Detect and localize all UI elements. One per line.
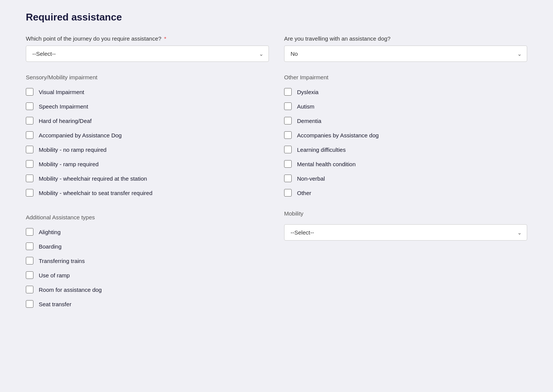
speech-impairment-label: Speech Impairment (39, 103, 88, 110)
accompanied-assistance-dog-label: Accompanied by Assistance Dog (39, 132, 122, 139)
dementia-checkbox[interactable] (284, 117, 292, 124)
transferring-trains-label: Transferring trains (39, 258, 85, 264)
other-impairment-list: Dyslexia Autism Dementia Accompanies by … (284, 88, 527, 197)
sensory-mobility-label: Sensory/Mobility impairment (26, 74, 269, 80)
learning-difficulties-checkbox[interactable] (284, 146, 292, 153)
list-item[interactable]: Alighting (26, 228, 269, 236)
checkbox-columns: Sensory/Mobility impairment Visual Impai… (26, 74, 527, 197)
list-item[interactable]: Mobility - wheelchair required at the st… (26, 175, 269, 182)
list-item[interactable]: Autism (284, 102, 527, 110)
speech-impairment-checkbox[interactable] (26, 102, 33, 110)
seat-transfer-checkbox[interactable] (26, 300, 33, 308)
accompanies-dog-checkbox[interactable] (284, 131, 292, 139)
use-ramp-checkbox[interactable] (26, 271, 33, 279)
mobility-select[interactable]: --Select-- Ramp Wheelchair Walking aid (284, 224, 527, 241)
mobility-ramp-checkbox[interactable] (26, 160, 33, 168)
use-ramp-label: Use of ramp (39, 272, 70, 279)
hard-of-hearing-checkbox[interactable] (26, 117, 33, 124)
alighting-checkbox[interactable] (26, 228, 33, 236)
autism-label: Autism (297, 103, 314, 110)
assistance-dog-select-wrapper: No Yes ⌄ (284, 46, 527, 62)
list-item[interactable]: Mobility - ramp required (26, 160, 269, 168)
autism-checkbox[interactable] (284, 102, 292, 110)
mobility-wheelchair-station-checkbox[interactable] (26, 175, 33, 182)
mental-health-label: Mental health condition (297, 161, 356, 167)
alighting-label: Alighting (39, 229, 61, 235)
additional-assistance-title: Additional Assistance types (26, 214, 269, 220)
journey-point-select[interactable]: --Select-- Departure Arrival Both (26, 46, 269, 62)
list-item[interactable]: Visual Impairment (26, 88, 269, 96)
hard-of-hearing-label: Hard of hearing/Deaf (39, 118, 92, 124)
boarding-label: Boarding (39, 243, 62, 250)
accompanies-dog-label: Accompanies by Assistance dog (297, 132, 379, 139)
other-impairment-column: Other Impairment Dyslexia Autism Dementi… (284, 74, 527, 197)
list-item[interactable]: Mobility - no ramp required (26, 146, 269, 153)
boarding-checkbox[interactable] (26, 242, 33, 250)
mobility-section-title: Mobility (284, 210, 527, 217)
list-item[interactable]: Transferring trains (26, 257, 269, 264)
mobility-wheelchair-station-label: Mobility - wheelchair required at the st… (39, 175, 147, 182)
other-impairment-label: Other Impairment (284, 74, 527, 80)
mobility-no-ramp-checkbox[interactable] (26, 146, 33, 153)
page-container: Required assistance Which point of the j… (26, 11, 527, 308)
visual-impairment-checkbox[interactable] (26, 88, 33, 96)
required-star: * (163, 35, 166, 42)
transferring-trains-checkbox[interactable] (26, 257, 33, 264)
list-item[interactable]: Mobility - wheelchair to seat transfer r… (26, 189, 269, 197)
top-dropdowns-layout: Which point of the journey do you requir… (26, 35, 527, 62)
list-item[interactable]: Other (284, 189, 527, 197)
additional-assistance-list: Alighting Boarding Transferring trains U… (26, 228, 269, 308)
list-item[interactable]: Mental health condition (284, 160, 527, 168)
mental-health-checkbox[interactable] (284, 160, 292, 168)
list-item[interactable]: Seat transfer (26, 300, 269, 308)
list-item[interactable]: Boarding (26, 242, 269, 250)
mobility-no-ramp-label: Mobility - no ramp required (39, 146, 106, 153)
bottom-section: Additional Assistance types Alighting Bo… (26, 210, 527, 308)
seat-transfer-label: Seat transfer (39, 301, 71, 307)
mobility-select-wrapper: --Select-- Ramp Wheelchair Walking aid ⌄ (284, 224, 527, 241)
dyslexia-checkbox[interactable] (284, 88, 292, 96)
room-assistance-dog-checkbox[interactable] (26, 286, 33, 293)
mobility-wheelchair-transfer-label: Mobility - wheelchair to seat transfer r… (39, 190, 152, 196)
list-item[interactable]: Speech Impairment (26, 102, 269, 110)
list-item[interactable]: Dyslexia (284, 88, 527, 96)
sensory-mobility-list: Visual Impairment Speech Impairment Hard… (26, 88, 269, 197)
assistance-dog-label: Are you travelling with an assistance do… (284, 35, 527, 42)
list-item[interactable]: Hard of hearing/Deaf (26, 117, 269, 124)
list-item[interactable]: Learning difficulties (284, 146, 527, 153)
sensory-mobility-column: Sensory/Mobility impairment Visual Impai… (26, 74, 269, 197)
journey-point-label: Which point of the journey do you requir… (26, 35, 269, 42)
list-item[interactable]: Use of ramp (26, 271, 269, 279)
assistance-dog-select[interactable]: No Yes (284, 46, 527, 62)
additional-assistance-column: Additional Assistance types Alighting Bo… (26, 214, 269, 308)
mobility-wheelchair-transfer-checkbox[interactable] (26, 189, 33, 197)
list-item[interactable]: Room for assistance dog (26, 286, 269, 293)
list-item[interactable]: Accompanies by Assistance dog (284, 131, 527, 139)
journey-point-group: Which point of the journey do you requir… (26, 35, 269, 62)
journey-point-select-wrapper: --Select-- Departure Arrival Both ⌄ (26, 46, 269, 62)
room-assistance-dog-label: Room for assistance dog (39, 287, 102, 293)
mobility-ramp-label: Mobility - ramp required (39, 161, 99, 167)
visual-impairment-label: Visual Impairment (39, 89, 84, 95)
mobility-dropdown-column: Mobility --Select-- Ramp Wheelchair Walk… (284, 210, 527, 308)
list-item[interactable]: Non-verbal (284, 175, 527, 182)
other-checkbox[interactable] (284, 189, 292, 197)
non-verbal-label: Non-verbal (297, 175, 325, 182)
list-item[interactable]: Accompanied by Assistance Dog (26, 131, 269, 139)
list-item[interactable]: Dementia (284, 117, 527, 124)
non-verbal-checkbox[interactable] (284, 175, 292, 182)
learning-difficulties-label: Learning difficulties (297, 146, 346, 153)
dyslexia-label: Dyslexia (297, 89, 319, 95)
page-title: Required assistance (26, 11, 527, 23)
assistance-dog-group: Are you travelling with an assistance do… (284, 35, 527, 62)
dementia-label: Dementia (297, 118, 321, 124)
other-label: Other (297, 190, 311, 196)
accompanied-assistance-dog-checkbox[interactable] (26, 131, 33, 139)
